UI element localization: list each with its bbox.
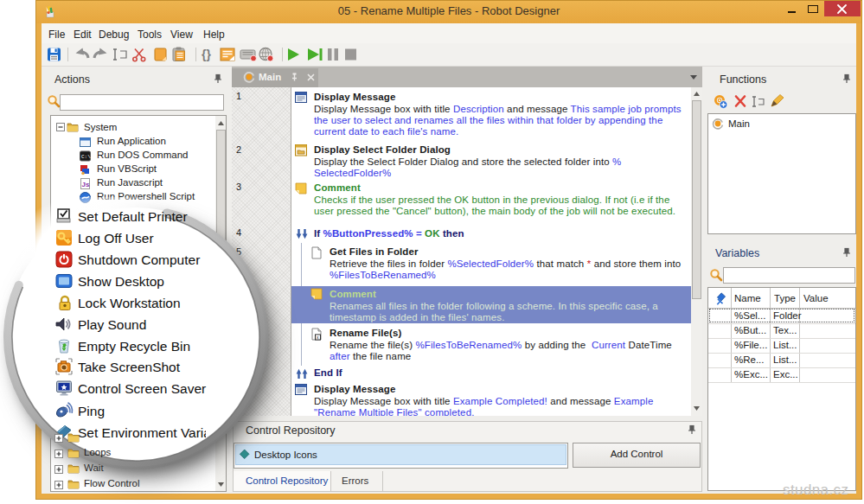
svg-text:x: x bbox=[317, 335, 319, 340]
svg-text:C:\: C:\ bbox=[81, 154, 91, 160]
svg-text:Js: Js bbox=[82, 181, 90, 188]
svg-text:{}: {} bbox=[202, 48, 211, 61]
